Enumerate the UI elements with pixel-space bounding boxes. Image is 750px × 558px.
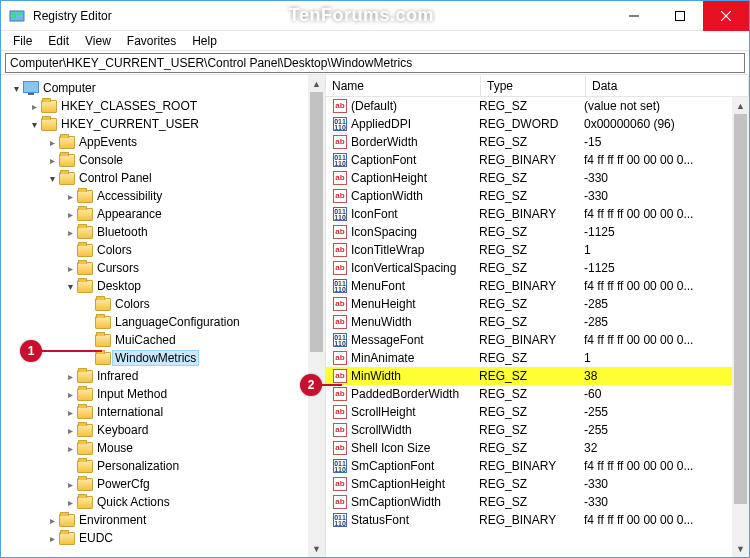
list-header[interactable]: Name Type Data [326, 75, 749, 97]
computer-icon [23, 80, 39, 96]
tree-item-control-panel[interactable]: Control Panel [5, 169, 325, 187]
value-row-minanimate[interactable]: abMinAnimateREG_SZ1 [326, 349, 749, 367]
expand-arrow-icon[interactable] [45, 137, 59, 148]
value-row-minwidth[interactable]: abMinWidthREG_SZ38 [326, 367, 749, 385]
scroll-up-button[interactable]: ▲ [732, 97, 749, 114]
tree-panel[interactable]: ComputerHKEY_CLASSES_ROOTHKEY_CURRENT_US… [1, 75, 326, 557]
tree-item-infrared[interactable]: Infrared [5, 367, 325, 385]
value-row-iconfont[interactable]: 011110IconFontREG_BINARYf4 ff ff ff 00 0… [326, 205, 749, 223]
folder-icon [77, 368, 93, 384]
expand-arrow-icon[interactable] [45, 533, 59, 544]
window-title: Registry Editor [33, 9, 112, 23]
value-row-menuwidth[interactable]: abMenuWidthREG_SZ-285 [326, 313, 749, 331]
tree-item-cursors[interactable]: Cursors [5, 259, 325, 277]
expand-arrow-icon[interactable] [27, 119, 41, 130]
expand-arrow-icon[interactable] [63, 407, 77, 418]
minimize-button[interactable] [611, 1, 657, 31]
value-row-borderwidth[interactable]: abBorderWidthREG_SZ-15 [326, 133, 749, 151]
tree-item-colors[interactable]: Colors [5, 295, 325, 313]
folder-icon [77, 476, 93, 492]
value-row-icontitlewrap[interactable]: abIconTitleWrapREG_SZ1 [326, 241, 749, 259]
scroll-down-button[interactable]: ▼ [308, 540, 325, 557]
scroll-thumb[interactable] [310, 92, 323, 352]
value-type: REG_SZ [479, 423, 584, 437]
expand-arrow-icon[interactable] [63, 443, 77, 454]
tree-item-console[interactable]: Console [5, 151, 325, 169]
scroll-thumb[interactable] [734, 114, 747, 504]
tree-item-hkey-current-user[interactable]: HKEY_CURRENT_USER [5, 115, 325, 133]
value-row--default-[interactable]: ab(Default)REG_SZ(value not set) [326, 97, 749, 115]
column-header-type[interactable]: Type [481, 76, 586, 96]
menu-edit[interactable]: Edit [40, 32, 77, 50]
value-row-paddedborderwidth[interactable]: abPaddedBorderWidthREG_SZ-60 [326, 385, 749, 403]
column-header-data[interactable]: Data [586, 76, 749, 96]
expand-arrow-icon[interactable] [63, 425, 77, 436]
list-scrollbar[interactable]: ▲ ▼ [732, 97, 749, 557]
value-row-menuheight[interactable]: abMenuHeightREG_SZ-285 [326, 295, 749, 313]
tree-item-colors[interactable]: Colors [5, 241, 325, 259]
values-panel: Name Type Data ab(Default)REG_SZ(value n… [326, 75, 749, 557]
tree-item-quick-actions[interactable]: Quick Actions [5, 493, 325, 511]
address-input[interactable] [5, 53, 745, 73]
value-row-messagefont[interactable]: 011110MessageFontREG_BINARYf4 ff ff ff 0… [326, 331, 749, 349]
menu-help[interactable]: Help [184, 32, 225, 50]
tree-scrollbar[interactable]: ▲ ▼ [308, 75, 325, 557]
value-row-applieddpi[interactable]: 011110AppliedDPIREG_DWORD0x00000060 (96) [326, 115, 749, 133]
value-row-captionfont[interactable]: 011110CaptionFontREG_BINARYf4 ff ff ff 0… [326, 151, 749, 169]
expand-arrow-icon[interactable] [63, 263, 77, 274]
expand-arrow-icon[interactable] [45, 515, 59, 526]
value-row-captionheight[interactable]: abCaptionHeightREG_SZ-330 [326, 169, 749, 187]
value-row-smcaptionheight[interactable]: abSmCaptionHeightREG_SZ-330 [326, 475, 749, 493]
scroll-up-button[interactable]: ▲ [308, 75, 325, 92]
value-row-smcaptionwidth[interactable]: abSmCaptionWidthREG_SZ-330 [326, 493, 749, 511]
tree-item-computer[interactable]: Computer [5, 79, 325, 97]
tree-item-label: Desktop [97, 279, 141, 293]
tree-item-environment[interactable]: Environment [5, 511, 325, 529]
value-row-captionwidth[interactable]: abCaptionWidthREG_SZ-330 [326, 187, 749, 205]
tree-item-muicached[interactable]: MuiCached [5, 331, 325, 349]
expand-arrow-icon[interactable] [45, 155, 59, 166]
value-row-iconverticalspacing[interactable]: abIconVerticalSpacingREG_SZ-1125 [326, 259, 749, 277]
value-row-shell-icon-size[interactable]: abShell Icon SizeREG_SZ32 [326, 439, 749, 457]
tree-item-eudc[interactable]: EUDC [5, 529, 325, 547]
value-row-iconspacing[interactable]: abIconSpacingREG_SZ-1125 [326, 223, 749, 241]
value-row-menufont[interactable]: 011110MenuFontREG_BINARYf4 ff ff ff 00 0… [326, 277, 749, 295]
expand-arrow-icon[interactable] [63, 191, 77, 202]
menu-favorites[interactable]: Favorites [119, 32, 184, 50]
maximize-button[interactable] [657, 1, 703, 31]
tree-item-personalization[interactable]: Personalization [5, 457, 325, 475]
expand-arrow-icon[interactable] [63, 281, 77, 292]
menu-view[interactable]: View [77, 32, 119, 50]
close-button[interactable] [703, 1, 749, 31]
scroll-down-button[interactable]: ▼ [732, 540, 749, 557]
expand-arrow-icon[interactable] [45, 173, 59, 184]
tree-item-languageconfiguration[interactable]: LanguageConfiguration [5, 313, 325, 331]
value-row-smcaptionfont[interactable]: 011110SmCaptionFontREG_BINARYf4 ff ff ff… [326, 457, 749, 475]
expand-arrow-icon[interactable] [63, 389, 77, 400]
tree-item-appearance[interactable]: Appearance [5, 205, 325, 223]
tree-item-desktop[interactable]: Desktop [5, 277, 325, 295]
expand-arrow-icon[interactable] [63, 497, 77, 508]
tree-item-appevents[interactable]: AppEvents [5, 133, 325, 151]
expand-arrow-icon[interactable] [9, 83, 23, 94]
tree-item-accessibility[interactable]: Accessibility [5, 187, 325, 205]
value-row-statusfont[interactable]: 011110StatusFontREG_BINARYf4 ff ff ff 00… [326, 511, 749, 529]
expand-arrow-icon[interactable] [63, 371, 77, 382]
menu-file[interactable]: File [5, 32, 40, 50]
tree-item-keyboard[interactable]: Keyboard [5, 421, 325, 439]
expand-arrow-icon[interactable] [27, 101, 41, 112]
tree-item-bluetooth[interactable]: Bluetooth [5, 223, 325, 241]
list-body[interactable]: ab(Default)REG_SZ(value not set)011110Ap… [326, 97, 749, 557]
tree-item-powercfg[interactable]: PowerCfg [5, 475, 325, 493]
tree-item-input-method[interactable]: Input Method [5, 385, 325, 403]
value-name: MinAnimate [351, 351, 479, 365]
tree-item-mouse[interactable]: Mouse [5, 439, 325, 457]
tree-item-international[interactable]: International [5, 403, 325, 421]
tree-item-hkey-classes-root[interactable]: HKEY_CLASSES_ROOT [5, 97, 325, 115]
expand-arrow-icon[interactable] [63, 209, 77, 220]
column-header-name[interactable]: Name [326, 76, 481, 96]
expand-arrow-icon[interactable] [63, 479, 77, 490]
value-row-scrollwidth[interactable]: abScrollWidthREG_SZ-255 [326, 421, 749, 439]
expand-arrow-icon[interactable] [63, 227, 77, 238]
value-row-scrollheight[interactable]: abScrollHeightREG_SZ-255 [326, 403, 749, 421]
